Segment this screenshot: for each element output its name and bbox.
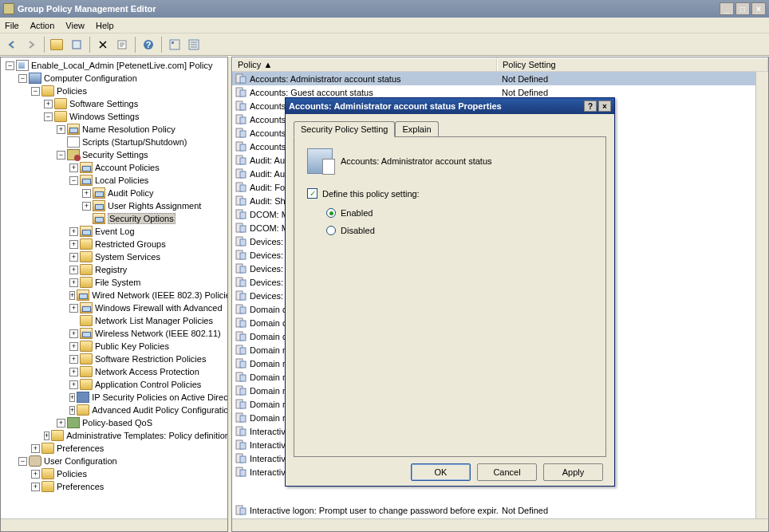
tree-local_policies[interactable]: −Local Policies — [2, 174, 226, 187]
view2-button[interactable] — [185, 36, 203, 53]
tree-system_services[interactable]: +System Services — [2, 250, 226, 263]
tree-computer_config[interactable]: −Computer Configuration — [2, 72, 226, 85]
tree-security_options[interactable]: Security Options — [2, 212, 226, 225]
tree-qos[interactable]: +Policy-based QoS — [2, 416, 226, 429]
tree-registry[interactable]: +Registry — [2, 263, 226, 276]
dialog-help-button[interactable]: ? — [584, 100, 597, 112]
tree-root[interactable]: −Enable_Local_Admin [PetenetLive.com] Po… — [2, 59, 226, 72]
expand-icon[interactable]: − — [69, 176, 78, 185]
maximize-button[interactable]: □ — [735, 2, 750, 15]
expand-icon[interactable]: + — [69, 406, 75, 415]
list-vscroll[interactable] — [755, 72, 768, 518]
tree-file_system[interactable]: +File System — [2, 276, 226, 289]
list-row[interactable]: Accounts: Administrator account statusNo… — [232, 72, 768, 85]
tree-pubkey[interactable]: +Public Key Policies — [2, 340, 226, 353]
expand-icon[interactable]: + — [69, 266, 78, 274]
minimize-button[interactable]: _ — [720, 2, 734, 15]
expand-icon[interactable]: − — [18, 74, 27, 83]
tree-u_preferences[interactable]: +Preferences — [2, 480, 226, 493]
expand-icon[interactable]: + — [31, 483, 40, 491]
tree-restricted_groups[interactable]: +Restricted Groups — [2, 238, 226, 250]
tree-software_settings[interactable]: +Software Settings — [2, 97, 226, 110]
up-button[interactable] — [49, 36, 66, 53]
expand-icon[interactable]: + — [69, 304, 78, 313]
expand-icon[interactable]: + — [31, 444, 40, 453]
expand-icon[interactable]: + — [69, 278, 78, 287]
forward-button[interactable] — [22, 36, 40, 53]
expand-icon[interactable]: + — [69, 355, 78, 364]
back-button[interactable] — [3, 36, 21, 53]
col-policy[interactable]: Policy ▲ — [232, 57, 497, 71]
expand-icon[interactable]: + — [69, 253, 78, 262]
tree-audit_policy[interactable]: +Audit Policy — [2, 187, 226, 199]
dialog-close-button[interactable]: × — [598, 100, 611, 112]
properties-button[interactable] — [113, 36, 131, 53]
tree-wireless[interactable]: +Wireless Network (IEEE 802.11) — [2, 327, 226, 340]
expand-icon[interactable]: + — [69, 393, 75, 402]
expand-icon[interactable]: + — [57, 419, 65, 428]
tree-security_settings[interactable]: −Security Settings — [2, 148, 226, 161]
expand-icon[interactable]: + — [69, 291, 75, 300]
dialog-titlebar[interactable]: Accounts: Administrator account status P… — [286, 98, 614, 114]
expand-icon[interactable]: + — [69, 342, 78, 351]
tree-user_config[interactable]: −User Configuration — [2, 455, 226, 467]
radio-disabled[interactable] — [326, 226, 336, 235]
define-checkbox[interactable]: ✓ — [307, 188, 317, 199]
list-row[interactable]: Interactive logon: Prompt user to change… — [232, 503, 755, 517]
menu-file[interactable]: File — [5, 21, 19, 30]
tree-app_control[interactable]: +Application Control Policies — [2, 378, 226, 391]
tree-ipsec[interactable]: +IP Security Policies on Active Director… — [2, 391, 226, 404]
tree-adv_audit[interactable]: +Advanced Audit Policy Configuration — [2, 404, 226, 416]
tree-user_rights[interactable]: +User Rights Assignment — [2, 199, 226, 212]
col-setting[interactable]: Policy Setting — [497, 57, 768, 71]
options-button[interactable] — [68, 36, 85, 53]
expand-icon[interactable]: + — [44, 432, 49, 440]
close-button[interactable]: × — [751, 2, 766, 15]
expand-icon[interactable]: − — [31, 87, 40, 96]
tree-name_resolution[interactable]: +Name Resolution Policy — [2, 123, 226, 136]
expand-icon[interactable]: + — [82, 202, 91, 211]
tree-windows_settings[interactable]: −Windows Settings — [2, 110, 226, 123]
tree-u_policies[interactable]: +Policies — [2, 467, 226, 480]
expand-icon[interactable]: + — [69, 368, 78, 376]
radio-enabled[interactable] — [326, 208, 336, 218]
expand-icon[interactable]: − — [44, 112, 53, 121]
expand-icon[interactable]: + — [82, 189, 91, 198]
tab-security-policy[interactable]: Security Policy Setting — [294, 121, 395, 137]
view1-button[interactable] — [166, 36, 183, 53]
expand-icon[interactable]: + — [69, 380, 78, 389]
tree-pane[interactable]: −Enable_Local_Admin [PetenetLive.com] Po… — [0, 57, 228, 532]
delete-button[interactable] — [94, 36, 112, 53]
tree-scripts[interactable]: Scripts (Startup/Shutdown) — [2, 136, 226, 148]
expand-icon[interactable]: − — [18, 457, 27, 466]
expand-icon[interactable]: + — [69, 329, 78, 338]
tree-firewall[interactable]: +Windows Firewall with Advanced — [2, 301, 226, 314]
tree-nap[interactable]: +Network Access Protection — [2, 365, 226, 378]
tree-admin_templates[interactable]: +Administrative Templates: Policy defini… — [2, 429, 226, 442]
tree-policies[interactable]: −Policies — [2, 85, 226, 97]
cancel-button[interactable]: Cancel — [477, 463, 537, 481]
expand-icon[interactable]: + — [69, 240, 78, 249]
tree-preferences[interactable]: +Preferences — [2, 442, 226, 455]
expand-icon[interactable]: + — [69, 164, 78, 172]
expand-icon[interactable]: + — [57, 125, 65, 134]
apply-button[interactable]: Apply — [543, 463, 603, 481]
ok-button[interactable]: OK — [411, 463, 471, 481]
tree-event_log[interactable]: +Event Log — [2, 225, 226, 238]
tree-software_restrict[interactable]: +Software Restriction Policies — [2, 353, 226, 365]
menu-help[interactable]: Help — [96, 21, 114, 30]
help-button[interactable]: ? — [140, 36, 157, 53]
tree-wired[interactable]: +Wired Network (IEEE 802.3) Policies — [2, 289, 226, 301]
tree-netlist[interactable]: Network List Manager Policies — [2, 314, 226, 327]
expand-icon[interactable]: − — [6, 61, 14, 70]
expand-icon[interactable]: − — [57, 151, 65, 160]
list-hscroll[interactable] — [232, 518, 768, 531]
tree-hscroll[interactable] — [1, 518, 227, 531]
menu-action[interactable]: Action — [30, 21, 55, 30]
tree-account_policies[interactable]: +Account Policies — [2, 161, 226, 174]
expand-icon[interactable]: + — [44, 100, 53, 108]
tab-explain[interactable]: Explain — [395, 121, 438, 137]
expand-icon[interactable]: + — [31, 470, 40, 479]
expand-icon[interactable]: + — [69, 227, 78, 236]
menu-view[interactable]: View — [65, 21, 85, 30]
